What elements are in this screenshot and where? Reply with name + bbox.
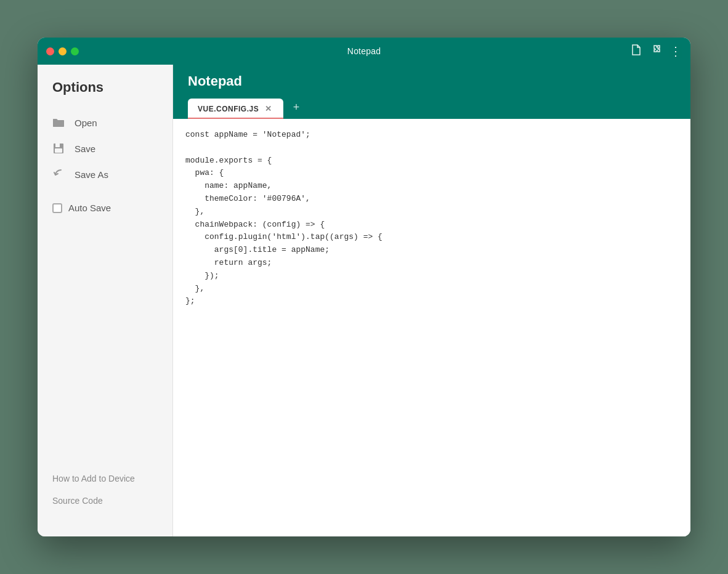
- app-window: Notepad ⋮ Options: [38, 38, 690, 536]
- sidebar-divider: [38, 187, 172, 196]
- traffic-lights: [46, 47, 79, 55]
- file-icon[interactable]: [631, 44, 641, 58]
- more-icon[interactable]: ⋮: [669, 45, 682, 57]
- sidebar: Options Open: [38, 65, 173, 536]
- auto-save-checkbox[interactable]: [52, 203, 62, 213]
- tab-vue-config[interactable]: VUE.CONFIG.JS ✕: [188, 99, 283, 119]
- source-code-link[interactable]: Source Code: [38, 490, 172, 512]
- titlebar: Notepad ⋮: [38, 38, 690, 65]
- main-title: Notepad: [188, 73, 676, 89]
- svg-rect-1: [55, 144, 60, 147]
- sidebar-item-save[interactable]: Save: [38, 136, 172, 161]
- how-to-add-link[interactable]: How to Add to Device: [38, 467, 172, 490]
- tab-add-button[interactable]: +: [286, 97, 307, 118]
- open-label: Open: [75, 118, 97, 128]
- tab-close-button[interactable]: ✕: [264, 104, 273, 113]
- folder-icon: [52, 116, 65, 129]
- auto-save-label: Auto Save: [68, 203, 111, 213]
- sidebar-title: Options: [38, 79, 172, 95]
- main-header: Notepad VUE.CONFIG.JS ✕ +: [173, 65, 690, 119]
- tab-label: VUE.CONFIG.JS: [198, 105, 259, 113]
- sidebar-item-open[interactable]: Open: [38, 110, 172, 135]
- auto-save-item[interactable]: Auto Save: [38, 196, 172, 219]
- save-as-icon: [52, 168, 65, 180]
- minimize-button[interactable]: [59, 47, 67, 55]
- window-title: Notepad: [347, 46, 381, 56]
- save-as-label: Save As: [75, 169, 108, 180]
- close-button[interactable]: [46, 47, 54, 55]
- puzzle-icon[interactable]: [650, 44, 661, 58]
- editor-area[interactable]: const appName = 'Notepad'; module.export…: [173, 119, 690, 536]
- sidebar-item-save-as[interactable]: Save As: [38, 162, 172, 187]
- maximize-button[interactable]: [71, 47, 79, 55]
- main-content: Notepad VUE.CONFIG.JS ✕ + const appName …: [173, 65, 690, 536]
- save-icon: [52, 142, 65, 155]
- save-label: Save: [75, 144, 95, 154]
- titlebar-actions: ⋮: [631, 44, 682, 58]
- tabs-bar: VUE.CONFIG.JS ✕ +: [188, 97, 676, 119]
- sidebar-menu: Open Save: [38, 110, 172, 187]
- svg-rect-2: [55, 148, 62, 153]
- sidebar-footer: How to Add to Device Source Code: [38, 467, 172, 522]
- app-body: Options Open: [38, 65, 690, 536]
